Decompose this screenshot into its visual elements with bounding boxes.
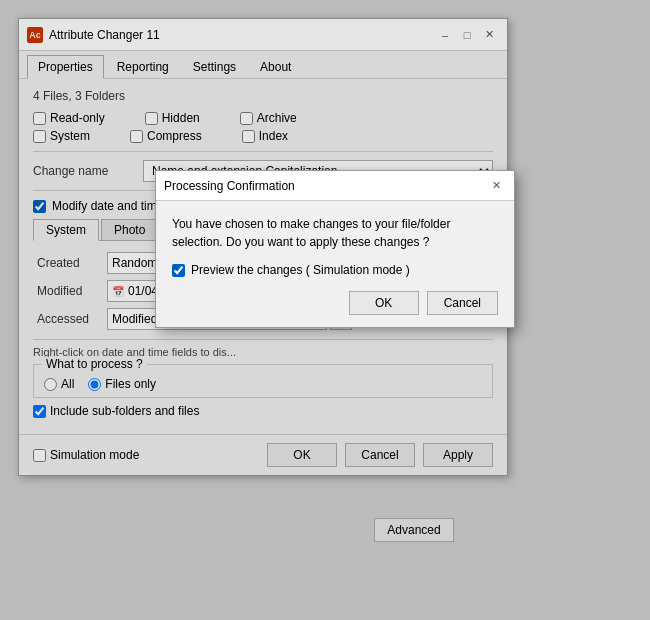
dialog-title: Processing Confirmation	[164, 179, 295, 193]
preview-checkbox[interactable]: Preview the changes ( Simulation mode )	[172, 263, 498, 277]
dialog-content: You have chosen to make changes to your …	[156, 201, 514, 327]
dialog-message: You have chosen to make changes to your …	[172, 215, 498, 251]
dialog-title-bar: Processing Confirmation ✕	[156, 171, 514, 201]
dialog-window-controls: ✕	[486, 176, 506, 196]
processing-confirmation-dialog: Processing Confirmation ✕ You have chose…	[155, 170, 515, 328]
preview-input[interactable]	[172, 264, 185, 277]
dialog-buttons: OK Cancel	[172, 291, 498, 315]
dialog-cancel-button[interactable]: Cancel	[427, 291, 498, 315]
dialog-ok-button[interactable]: OK	[349, 291, 419, 315]
dialog-close-button[interactable]: ✕	[486, 176, 506, 196]
